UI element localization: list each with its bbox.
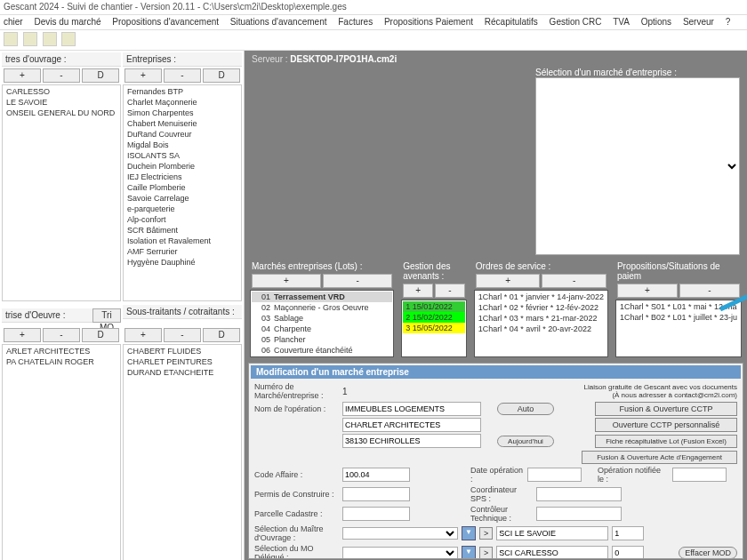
list-item[interactable]: ISOLANTS SA: [124, 150, 240, 161]
mo-add[interactable]: +: [4, 68, 41, 83]
lot-row[interactable]: 03Sablage: [252, 313, 392, 324]
st-list[interactable]: CHABERT FLUIDES CHARLET PEINTURES DURAND…: [123, 344, 242, 560]
list-item[interactable]: Charlet Maçonnerie: [124, 97, 240, 108]
ent-remove[interactable]: -: [164, 68, 201, 83]
os-row[interactable]: 1Charl * 02 * février * 12-fév-2022: [476, 302, 606, 313]
list-item[interactable]: Isolation et Ravalement: [124, 236, 240, 246]
list-item[interactable]: ARLET ARCHITECTES: [4, 346, 119, 356]
list-item[interactable]: Migdal Bois: [124, 140, 240, 150]
acte-eng-button[interactable]: Fusion & Ouverture Acte d'Engagement: [582, 451, 737, 464]
menu-crc[interactable]: Gestion CRC: [550, 17, 602, 27]
avenant-row[interactable]: 2 15/02/2022: [403, 312, 465, 323]
tri-mo-button[interactable]: Tri MO: [92, 308, 121, 323]
menu-tva[interactable]: TVA: [613, 17, 630, 27]
menu-sit-av[interactable]: Situations d'avancement: [230, 17, 327, 27]
fusion-cctp-button[interactable]: Fusion & Ouverture CCTP: [595, 402, 737, 416]
ent-add[interactable]: +: [124, 68, 162, 83]
parcelle-input[interactable]: [342, 507, 410, 521]
ps-add[interactable]: +: [617, 284, 678, 298]
lot-row[interactable]: 06Couverture étanchéité: [252, 345, 392, 356]
mo-d[interactable]: D: [82, 68, 119, 83]
toolbar-icon[interactable]: [61, 32, 76, 46]
list-item[interactable]: DURAND ETANCHEITE: [124, 367, 240, 378]
menu-serveur[interactable]: Serveur: [683, 17, 714, 27]
op-not-input[interactable]: [672, 468, 727, 482]
ps-remove[interactable]: -: [679, 284, 740, 298]
avenant-row[interactable]: 1 15/01/2022: [403, 301, 465, 312]
moe-remove[interactable]: -: [43, 328, 80, 342]
st-add[interactable]: +: [124, 328, 162, 342]
av-remove[interactable]: -: [435, 284, 465, 298]
sel-mo-dropdown[interactable]: [342, 527, 458, 540]
dropdown-icon[interactable]: ▼: [462, 546, 476, 559]
menu-recap[interactable]: Récapitulatifs: [485, 17, 538, 27]
ps-row[interactable]: 1Charl * S01 * L01 * mai * 12-ma: [617, 301, 740, 312]
assign-button[interactable]: >: [479, 547, 493, 559]
list-item[interactable]: Alp-confort: [124, 214, 240, 225]
today-button[interactable]: Aujourd'hui: [497, 436, 554, 447]
arch-input[interactable]: [342, 418, 481, 432]
toolbar-icon[interactable]: [23, 32, 37, 46]
os-remove[interactable]: -: [542, 274, 606, 288]
lots-remove[interactable]: -: [323, 274, 392, 288]
ps-list[interactable]: 1Charl * S01 * L01 * mai * 12-ma 1Charl …: [615, 300, 742, 357]
lots-list[interactable]: 01Terrassement VRD 02Maçonnerie - Gros O…: [250, 290, 394, 357]
os-row[interactable]: 1Charl * 01 * janvier * 14-janv-2022: [476, 292, 606, 302]
list-item[interactable]: PA CHATELAIN ROGER: [4, 356, 119, 367]
menu-fichier[interactable]: chier: [4, 17, 23, 27]
list-item[interactable]: Caille Plomberie: [124, 182, 240, 193]
toolbar-icon[interactable]: [4, 32, 18, 46]
st-remove[interactable]: -: [164, 328, 201, 342]
moe-add[interactable]: +: [4, 328, 41, 342]
sel-marche-dropdown[interactable]: [535, 77, 740, 255]
av-list[interactable]: 1 15/01/2022 2 15/02/2022 3 15/05/2022: [401, 300, 467, 357]
mod-n[interactable]: [612, 546, 644, 559]
avenant-row[interactable]: 3 15/05/2022: [403, 323, 465, 333]
menu-options[interactable]: Options: [641, 17, 671, 27]
list-item[interactable]: Hygyène Dauphiné: [124, 257, 240, 268]
ps-row[interactable]: 1Charl * B02 * L01 * juillet * 23-ju: [617, 312, 740, 323]
contr-input[interactable]: [536, 507, 622, 521]
list-item[interactable]: AMF Serrurier: [124, 246, 240, 257]
permis-input[interactable]: [342, 487, 410, 501]
ville-input[interactable]: [342, 434, 481, 448]
menu-factures[interactable]: Factures: [338, 17, 373, 27]
os-row[interactable]: 1Charl * 04 * avril * 20-avr-2022: [476, 324, 606, 334]
list-item[interactable]: Fernandes BTP: [124, 86, 240, 97]
ouv-cctp-button[interactable]: Ouverture CCTP personnalisé: [595, 418, 737, 432]
sel-mod-dropdown[interactable]: [342, 547, 458, 559]
av-add[interactable]: +: [403, 284, 433, 298]
list-item[interactable]: IEJ Electriciens: [124, 172, 240, 182]
date-op-input[interactable]: [527, 468, 582, 482]
ent-list[interactable]: Fernandes BTP Charlet Maçonnerie Simon C…: [123, 84, 242, 301]
lot-row[interactable]: 04Charpente: [252, 324, 392, 334]
toolbar-icon[interactable]: [43, 32, 57, 46]
fiche-recap-button[interactable]: Fiche récapitulative Lot (Fusion Excel): [595, 435, 737, 448]
moe-d[interactable]: D: [82, 328, 119, 342]
code-input[interactable]: [342, 468, 410, 482]
list-item[interactable]: Duchein Plomberie: [124, 161, 240, 172]
lots-add[interactable]: +: [252, 274, 321, 288]
list-item[interactable]: CHARLET PEINTURES: [124, 356, 240, 367]
eff-mod-button[interactable]: Effacer MOD: [679, 547, 737, 559]
lot-row[interactable]: 05Plancher: [252, 334, 392, 345]
list-item[interactable]: SCR Bâtiment: [124, 225, 240, 236]
ent-d[interactable]: D: [203, 68, 240, 83]
os-add[interactable]: +: [476, 274, 541, 288]
os-row[interactable]: 1Charl * 03 * mars * 21-mar-2022: [476, 313, 606, 324]
list-item[interactable]: e-parqueterie: [124, 204, 240, 214]
list-item[interactable]: CARLESSO: [4, 86, 119, 97]
coord-input[interactable]: [536, 487, 622, 501]
mo-n[interactable]: [612, 526, 644, 540]
st-d[interactable]: D: [203, 328, 240, 342]
list-item[interactable]: DuRand Couvreur: [124, 129, 240, 140]
lot-row[interactable]: 01Terrassement VRD: [252, 292, 392, 302]
list-item[interactable]: LE SAVOIE: [4, 97, 119, 108]
menu-help[interactable]: ?: [726, 17, 731, 27]
os-list[interactable]: 1Charl * 01 * janvier * 14-janv-2022 1Ch…: [474, 290, 608, 357]
list-item[interactable]: ONSEIL GENERAL DU NORD: [4, 108, 119, 118]
dropdown-icon[interactable]: ▼: [462, 526, 476, 540]
menu-devis[interactable]: Devis du marché: [34, 17, 100, 27]
assign-button[interactable]: >: [479, 527, 493, 540]
list-item[interactable]: CHABERT FLUIDES: [124, 346, 240, 356]
